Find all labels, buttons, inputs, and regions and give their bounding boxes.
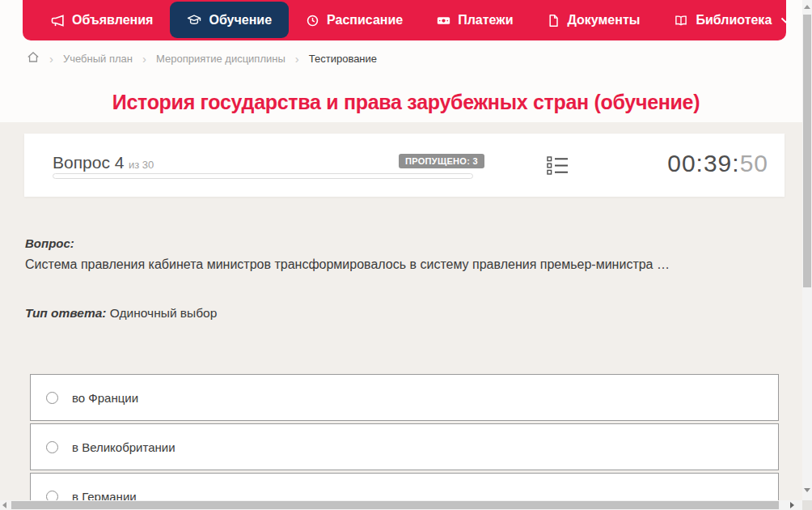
answer-type-label: Тип ответа:	[25, 306, 107, 320]
radio-button[interactable]	[46, 392, 58, 404]
question-total: из 30	[129, 159, 154, 171]
breadcrumb-link-discipline-event[interactable]: Мероприятие дисциплины	[156, 53, 285, 65]
skipped-badge: ПРОПУЩЕНО: 3	[399, 154, 484, 168]
nav-item-label: Объявления	[72, 13, 153, 28]
nav-item-label: Расписание	[327, 13, 403, 28]
nav-item-label: Библиотека	[696, 13, 772, 28]
nav-item-label: Документы	[567, 13, 640, 28]
question-label: Вопрос:	[25, 236, 74, 250]
scroll-up-arrow[interactable]	[804, 5, 810, 9]
question-list-button[interactable]	[547, 156, 569, 178]
answer-option-label: во Франции	[72, 391, 138, 405]
timer-seconds: 50	[740, 150, 768, 176]
page-title: История государства и права зарубежных с…	[0, 91, 812, 114]
horizontal-scrollbar[interactable]	[0, 500, 802, 510]
banknote-icon	[437, 14, 450, 28]
scroll-left-arrow[interactable]	[2, 502, 6, 508]
radio-button[interactable]	[46, 441, 58, 453]
horizontal-scrollbar-thumb[interactable]	[11, 501, 779, 509]
question-number: Вопрос 4	[53, 153, 124, 172]
scroll-right-arrow[interactable]	[790, 502, 794, 508]
answer-option[interactable]: в Великобритании	[30, 423, 779, 470]
home-icon[interactable]	[27, 51, 40, 66]
nav-item-training[interactable]: Обучение	[170, 2, 289, 38]
nav-item-library[interactable]: Библиотека	[657, 0, 808, 40]
answer-type-row: Тип ответа: Одиночный выбор	[25, 306, 217, 321]
answer-option-label: в Великобритании	[72, 440, 176, 454]
nav-item-documents[interactable]: Документы	[530, 0, 657, 40]
exam-timer: 00:39:50	[667, 150, 768, 177]
nav-item-label: Платежи	[458, 13, 513, 28]
chevron-down-icon	[780, 17, 791, 24]
nav-item-announcements[interactable]: Объявления	[34, 0, 170, 40]
main-navbar: Объявления Обучение Расписание Платежи Д…	[23, 0, 786, 40]
timer-hours-minutes: 00:39:	[667, 150, 739, 176]
book-icon	[674, 14, 688, 28]
quiz-header-card: Вопрос 4 из 30 ПРОПУЩЕНО: 3 00:39:50	[24, 134, 785, 197]
vertical-scrollbar[interactable]	[802, 0, 812, 500]
document-icon	[547, 14, 560, 28]
scroll-down-arrow[interactable]	[804, 488, 810, 492]
breadcrumb-link-curriculum[interactable]: Учебный план	[63, 53, 133, 65]
scrollbar-corner	[802, 500, 812, 510]
megaphone-icon	[51, 14, 65, 28]
breadcrumb-current-testing: Тестирование	[309, 53, 377, 65]
question-text: Система правления кабинета министров тра…	[25, 257, 670, 272]
clock-icon	[306, 14, 319, 28]
answer-type-value: Одиночный выбор	[110, 306, 218, 320]
nav-item-label: Обучение	[209, 13, 272, 28]
answer-option[interactable]: во Франции	[30, 374, 779, 421]
breadcrumb-separator: ›	[295, 53, 299, 65]
breadcrumb: › Учебный план › Мероприятие дисциплины …	[27, 51, 377, 66]
breadcrumb-separator: ›	[142, 53, 146, 65]
vertical-scrollbar-thumb[interactable]	[803, 15, 811, 287]
breadcrumb-separator: ›	[49, 53, 53, 65]
nav-item-payments[interactable]: Платежи	[420, 0, 530, 40]
student-testing-page: Объявления Обучение Расписание Платежи Д…	[0, 0, 812, 510]
question-progress-bar	[53, 173, 473, 179]
graduation-cap-icon	[187, 14, 201, 27]
nav-item-schedule[interactable]: Расписание	[289, 0, 420, 40]
